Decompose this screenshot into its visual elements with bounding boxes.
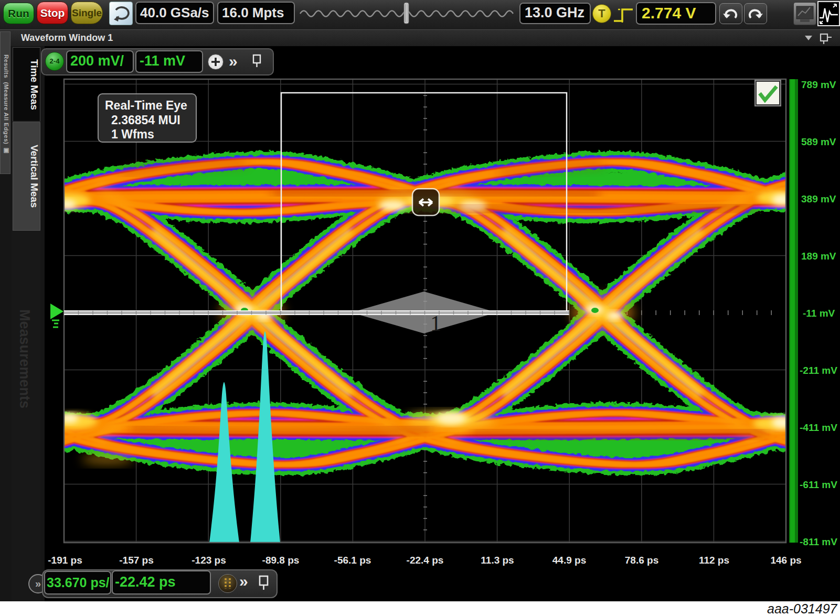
svg-text:389 mV: 389 mV (801, 193, 836, 204)
svg-text:-191 ps: -191 ps (48, 555, 82, 566)
svg-text:-89.8 ps: -89.8 ps (262, 555, 300, 566)
svg-text:1 Wfms: 1 Wfms (111, 127, 154, 141)
svg-text:78.6 ps: 78.6 ps (625, 555, 658, 566)
svg-text:Real-Time Eye: Real-Time Eye (105, 99, 187, 112)
svg-text:11.3 ps: 11.3 ps (481, 555, 514, 566)
svg-text:112 ps: 112 ps (699, 555, 729, 566)
svg-text:44.9 ps: 44.9 ps (552, 555, 586, 566)
svg-text:2.36854 MUI: 2.36854 MUI (111, 113, 180, 127)
svg-text:-123 ps: -123 ps (192, 555, 226, 566)
svg-text:-211 mV: -211 mV (800, 365, 837, 376)
svg-text:-11 mV: -11 mV (803, 308, 835, 319)
svg-text:-611 mV: -611 mV (800, 479, 837, 490)
svg-text:-411 mV: -411 mV (800, 422, 837, 433)
svg-text:589 mV: 589 mV (801, 136, 836, 147)
svg-text:146 ps: 146 ps (770, 555, 801, 566)
svg-text:-811 mV: -811 mV (800, 536, 837, 547)
svg-text:189 mV: 189 mV (801, 251, 836, 262)
svg-text:789 mV: 789 mV (801, 79, 836, 90)
svg-text:-22.4 ps: -22.4 ps (407, 555, 444, 566)
svg-text:-56.1 ps: -56.1 ps (334, 555, 371, 566)
svg-text:-157 ps: -157 ps (119, 555, 153, 566)
